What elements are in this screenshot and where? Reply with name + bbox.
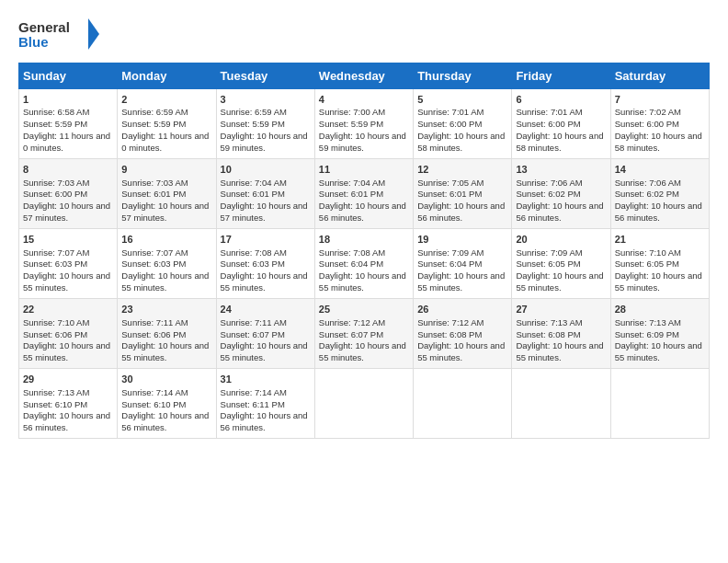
day-number: 4 <box>319 93 409 107</box>
daylight-label: Daylight: 10 hours and 55 minutes. <box>23 340 113 364</box>
daylight-label: Daylight: 10 hours and 56 minutes. <box>516 201 606 224</box>
daylight-label: Daylight: 10 hours and 58 minutes. <box>615 131 705 155</box>
day-number: 5 <box>417 93 507 107</box>
sunrise-text: Sunrise: 7:05 AM <box>417 178 507 190</box>
day-cell: 1Sunrise: 6:58 AMSunset: 5:59 PMDaylight… <box>19 88 118 158</box>
day-cell: 25Sunrise: 7:12 AMSunset: 6:07 PMDayligh… <box>314 298 413 368</box>
day-cell: 9Sunrise: 7:03 AMSunset: 6:01 PMDaylight… <box>118 158 216 228</box>
daylight-label: Daylight: 11 hours and 0 minutes. <box>121 131 211 155</box>
day-number: 1 <box>23 93 113 107</box>
day-number: 31 <box>221 373 311 386</box>
day-cell: 29Sunrise: 7:13 AMSunset: 6:10 PMDayligh… <box>19 368 118 438</box>
sunset-text: Sunset: 6:07 PM <box>319 329 409 341</box>
sunrise-text: Sunrise: 7:14 AM <box>121 387 211 399</box>
sunset-text: Sunset: 6:01 PM <box>417 189 507 201</box>
sunrise-text: Sunrise: 7:01 AM <box>417 107 507 119</box>
sunset-text: Sunset: 6:07 PM <box>221 329 311 341</box>
sunset-text: Sunset: 6:09 PM <box>615 329 705 341</box>
day-cell: 15Sunrise: 7:07 AMSunset: 6:03 PMDayligh… <box>19 228 118 298</box>
sunrise-text: Sunrise: 7:13 AM <box>615 317 705 329</box>
day-cell: 4Sunrise: 7:00 AMSunset: 5:59 PMDaylight… <box>314 88 413 158</box>
sunrise-text: Sunrise: 7:07 AM <box>121 247 211 259</box>
header-friday: Friday <box>512 63 610 88</box>
sunset-text: Sunset: 6:00 PM <box>516 119 606 131</box>
sunrise-text: Sunrise: 7:08 AM <box>221 247 311 259</box>
day-cell: 23Sunrise: 7:11 AMSunset: 6:06 PMDayligh… <box>118 298 216 368</box>
day-cell: 14Sunrise: 7:06 AMSunset: 6:02 PMDayligh… <box>610 158 709 228</box>
svg-text:Blue: Blue <box>18 34 49 50</box>
daylight-label: Daylight: 10 hours and 57 minutes. <box>121 201 211 224</box>
day-number: 15 <box>23 233 113 247</box>
sunrise-text: Sunrise: 7:03 AM <box>23 178 113 190</box>
sunrise-text: Sunrise: 7:04 AM <box>221 178 311 190</box>
day-cell: 24Sunrise: 7:11 AMSunset: 6:07 PMDayligh… <box>216 298 314 368</box>
daylight-label: Daylight: 10 hours and 55 minutes. <box>615 270 705 294</box>
sunrise-text: Sunrise: 7:11 AM <box>121 317 211 329</box>
header-sunday: Sunday <box>19 63 118 88</box>
sunset-text: Sunset: 6:03 PM <box>121 259 211 270</box>
sunset-text: Sunset: 6:01 PM <box>121 189 211 201</box>
sunrise-text: Sunrise: 7:02 AM <box>615 107 705 119</box>
sunrise-text: Sunrise: 6:58 AM <box>23 107 113 119</box>
day-number: 28 <box>615 303 705 316</box>
day-number: 20 <box>516 233 606 247</box>
sunset-text: Sunset: 6:00 PM <box>417 119 507 131</box>
daylight-label: Daylight: 10 hours and 55 minutes. <box>319 340 409 364</box>
calendar-table: SundayMondayTuesdayWednesdayThursdayFrid… <box>18 63 710 439</box>
daylight-label: Daylight: 10 hours and 56 minutes. <box>23 410 113 434</box>
sunrise-text: Sunrise: 7:12 AM <box>417 317 507 329</box>
sunrise-text: Sunrise: 7:01 AM <box>516 107 606 119</box>
sunset-text: Sunset: 6:08 PM <box>516 329 606 341</box>
sunset-text: Sunset: 6:10 PM <box>121 399 211 411</box>
day-number: 22 <box>23 303 113 316</box>
day-cell: 22Sunrise: 7:10 AMSunset: 6:06 PMDayligh… <box>19 298 118 368</box>
daylight-label: Daylight: 10 hours and 55 minutes. <box>221 340 311 364</box>
day-cell <box>512 368 610 438</box>
day-number: 11 <box>319 163 409 177</box>
daylight-label: Daylight: 10 hours and 55 minutes. <box>516 270 606 294</box>
day-cell: 13Sunrise: 7:06 AMSunset: 6:02 PMDayligh… <box>512 158 610 228</box>
header-thursday: Thursday <box>414 63 512 88</box>
daylight-label: Daylight: 10 hours and 55 minutes. <box>121 270 211 294</box>
week-row-2: 8Sunrise: 7:03 AMSunset: 6:00 PMDaylight… <box>19 158 710 228</box>
sunset-text: Sunset: 6:00 PM <box>23 189 113 201</box>
day-cell: 12Sunrise: 7:05 AMSunset: 6:01 PMDayligh… <box>414 158 512 228</box>
day-cell <box>610 368 709 438</box>
day-number: 25 <box>319 303 409 316</box>
daylight-label: Daylight: 10 hours and 59 minutes. <box>221 131 311 155</box>
daylight-label: Daylight: 10 hours and 56 minutes. <box>615 201 705 224</box>
sunset-text: Sunset: 6:02 PM <box>516 189 606 201</box>
header-monday: Monday <box>118 63 216 88</box>
day-cell: 8Sunrise: 7:03 AMSunset: 6:00 PMDaylight… <box>19 158 118 228</box>
logo-graphic: General Blue <box>18 17 101 55</box>
sunrise-text: Sunrise: 7:03 AM <box>121 178 211 190</box>
week-row-5: 29Sunrise: 7:13 AMSunset: 6:10 PMDayligh… <box>19 368 710 438</box>
sunrise-text: Sunrise: 7:09 AM <box>417 247 507 259</box>
sunset-text: Sunset: 6:03 PM <box>221 259 311 270</box>
svg-text:General: General <box>18 19 70 35</box>
sunrise-text: Sunrise: 7:10 AM <box>23 317 113 329</box>
sunset-text: Sunset: 5:59 PM <box>319 119 409 131</box>
daylight-label: Daylight: 10 hours and 59 minutes. <box>319 131 409 155</box>
sunrise-text: Sunrise: 7:14 AM <box>221 387 311 399</box>
sunset-text: Sunset: 6:01 PM <box>319 189 409 201</box>
sunset-text: Sunset: 6:10 PM <box>23 399 113 411</box>
day-cell: 20Sunrise: 7:09 AMSunset: 6:05 PMDayligh… <box>512 228 610 298</box>
day-number: 13 <box>516 163 606 177</box>
daylight-label: Daylight: 10 hours and 55 minutes. <box>121 340 211 364</box>
sunrise-text: Sunrise: 7:13 AM <box>23 387 113 399</box>
sunrise-text: Sunrise: 6:59 AM <box>221 107 311 119</box>
day-number: 29 <box>23 373 113 386</box>
daylight-label: Daylight: 10 hours and 58 minutes. <box>417 131 507 155</box>
daylight-label: Daylight: 10 hours and 55 minutes. <box>221 270 311 294</box>
day-number: 10 <box>221 163 311 177</box>
sunset-text: Sunset: 5:59 PM <box>121 119 211 131</box>
day-cell: 3Sunrise: 6:59 AMSunset: 5:59 PMDaylight… <box>216 88 314 158</box>
day-cell: 28Sunrise: 7:13 AMSunset: 6:09 PMDayligh… <box>610 298 709 368</box>
day-cell: 31Sunrise: 7:14 AMSunset: 6:11 PMDayligh… <box>216 368 314 438</box>
sunset-text: Sunset: 6:05 PM <box>516 259 606 270</box>
sunset-text: Sunset: 6:01 PM <box>221 189 311 201</box>
main-container: General Blue SundayMondayTuesdayWednesda… <box>0 0 728 448</box>
sunrise-text: Sunrise: 7:04 AM <box>319 178 409 190</box>
daylight-label: Daylight: 10 hours and 55 minutes. <box>319 270 409 294</box>
